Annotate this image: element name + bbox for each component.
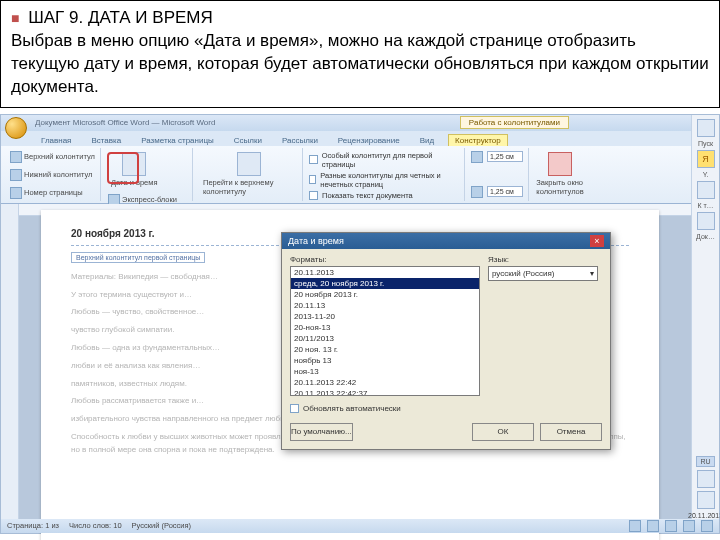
format-option[interactable]: 20.11.13 (291, 300, 479, 311)
document-page[interactable]: 20 ноября 2013 г. Верхний колонтитул пер… (41, 210, 659, 540)
cancel-button[interactable]: Отмена (540, 423, 602, 441)
view-print-layout-icon[interactable] (629, 520, 641, 532)
view-draft-icon[interactable] (701, 520, 713, 532)
close-header-footer-button[interactable]: Закрыть окно колонтитулов (535, 150, 585, 198)
step-title: ШАГ 9. ДАТА И ВРЕМЯ (28, 8, 213, 27)
instruction-panel: ■ ШАГ 9. ДАТА И ВРЕМЯ Выбрав в меню опци… (0, 0, 720, 108)
show-doc-text-checkbox[interactable]: Показать текст документа (309, 191, 460, 200)
status-language[interactable]: Русский (Россия) (132, 521, 192, 530)
sidebar-label[interactable]: Док… (696, 233, 715, 240)
tab-header-footer-design[interactable]: Конструктор (448, 134, 508, 146)
tab-layout[interactable]: Разметка страницы (135, 135, 220, 146)
language-indicator[interactable]: RU (696, 456, 714, 467)
word-window: Документ Microsoft Office Word — Microso… (0, 114, 720, 534)
sidebar-app-icon[interactable] (697, 119, 715, 137)
sidebar-label[interactable]: К т… (697, 202, 713, 209)
header-icon (10, 151, 22, 163)
checkbox-icon (309, 191, 318, 200)
format-option[interactable]: 20 ноября 2013 г. (291, 289, 479, 300)
header-from-top-spinner[interactable]: 1,25 см (471, 151, 524, 163)
format-option[interactable]: 20/11/2013 (291, 333, 479, 344)
clock: 20.11.2013 (688, 512, 720, 519)
checkbox-icon (290, 404, 299, 413)
goto-header-icon (237, 152, 261, 176)
format-option[interactable]: ноя-13 (291, 366, 479, 377)
page-number-button[interactable]: Номер страницы (9, 186, 84, 200)
footer-button[interactable]: Нижний колонтитул (9, 168, 93, 182)
footer-from-bottom-spinner[interactable]: 1,25 см (471, 186, 524, 198)
default-button[interactable]: По умолчанию... (290, 423, 353, 441)
ok-button[interactable]: ОК (472, 423, 534, 441)
header-button[interactable]: Верхний колонтитул (9, 150, 96, 164)
step-body: Выбрав в меню опцию «Дата и время», можн… (11, 30, 709, 99)
tab-review[interactable]: Рецензирование (332, 135, 406, 146)
header-region-label: Верхний колонтитул первой страницы (71, 252, 205, 263)
tab-insert[interactable]: Вставка (85, 135, 127, 146)
format-option[interactable]: ноябрь 13 (291, 355, 479, 366)
format-option[interactable]: 20.11.2013 22:42 (291, 377, 479, 388)
status-word-count[interactable]: Число слов: 10 (69, 521, 122, 530)
tray-icon[interactable] (697, 491, 715, 509)
office-button[interactable] (5, 117, 27, 139)
date-time-dialog: Дата и время × Форматы: 20.11.2013 среда… (281, 232, 611, 450)
format-option[interactable]: 20.11.2013 (291, 267, 479, 278)
close-icon (548, 152, 572, 176)
margin-bottom-icon (471, 186, 483, 198)
different-first-page-checkbox[interactable]: Особый колонтитул для первой страницы (309, 151, 460, 169)
language-label: Язык: (488, 255, 602, 264)
format-option[interactable]: 2013-11-20 (291, 311, 479, 322)
tab-references[interactable]: Ссылки (228, 135, 268, 146)
status-bar: Страница: 1 из Число слов: 10 Русский (Р… (1, 519, 719, 533)
margin-top-icon (471, 151, 483, 163)
contextual-tab-group-label: Работа с колонтитулами (460, 116, 569, 129)
dialog-titlebar[interactable]: Дата и время × (282, 233, 610, 249)
calendar-clock-icon (122, 152, 146, 176)
chevron-down-icon: ▾ (590, 269, 594, 278)
format-option[interactable]: 20 ноя. 13 г. (291, 344, 479, 355)
view-reading-icon[interactable] (647, 520, 659, 532)
checkbox-icon (309, 155, 318, 164)
dialog-close-button[interactable]: × (590, 235, 604, 247)
sidebar-app-icon[interactable] (697, 181, 715, 199)
tab-view[interactable]: Вид (414, 135, 440, 146)
ribbon: Верхний колонтитул Нижний колонтитул Ном… (1, 146, 719, 204)
date-time-button[interactable]: Дата и время (107, 150, 162, 189)
sidebar-label[interactable]: Пуск (698, 140, 713, 147)
sidebar-label[interactable]: Y. (703, 171, 709, 178)
language-dropdown[interactable]: русский (Россия) ▾ (488, 266, 598, 281)
format-option[interactable]: 20-ноя-13 (291, 322, 479, 333)
vertical-ruler[interactable] (1, 204, 19, 519)
yandex-icon[interactable]: Я (697, 150, 715, 168)
sidebar-app-icon[interactable] (697, 212, 715, 230)
goto-header-button[interactable]: Перейти к верхнему колонтитулу (199, 150, 298, 198)
formats-label: Форматы: (290, 255, 480, 264)
tab-home[interactable]: Главная (35, 135, 77, 146)
ribbon-tabstrip: Главная Вставка Разметка страницы Ссылки… (1, 131, 719, 146)
window-titlebar: Документ Microsoft Office Word — Microso… (1, 115, 719, 131)
status-page[interactable]: Страница: 1 из (7, 521, 59, 530)
browser-sidebar: Пуск Я Y. К т… Док… RU 20.11.2013 (691, 115, 719, 519)
view-web-icon[interactable] (665, 520, 677, 532)
tab-mailings[interactable]: Рассылки (276, 135, 324, 146)
view-outline-icon[interactable] (683, 520, 695, 532)
auto-update-checkbox[interactable]: Обновлять автоматически (290, 404, 602, 413)
footer-icon (10, 169, 22, 181)
dialog-title: Дата и время (288, 236, 344, 246)
document-area: 20 ноября 2013 г. Верхний колонтитул пер… (1, 204, 719, 519)
document-title: Документ Microsoft Office Word — Microso… (35, 118, 215, 127)
format-option[interactable]: среда, 20 ноября 2013 г. (291, 278, 479, 289)
format-option[interactable]: 20.11.2013 22:42:37 (291, 388, 479, 396)
formats-listbox[interactable]: 20.11.2013 среда, 20 ноября 2013 г. 20 н… (290, 266, 480, 396)
different-odd-even-checkbox[interactable]: Разные колонтитулы для четных и нечетных… (309, 171, 460, 189)
page-number-icon (10, 187, 22, 199)
tray-icon[interactable] (697, 470, 715, 488)
bullet-icon: ■ (11, 10, 19, 26)
checkbox-icon (309, 175, 316, 184)
